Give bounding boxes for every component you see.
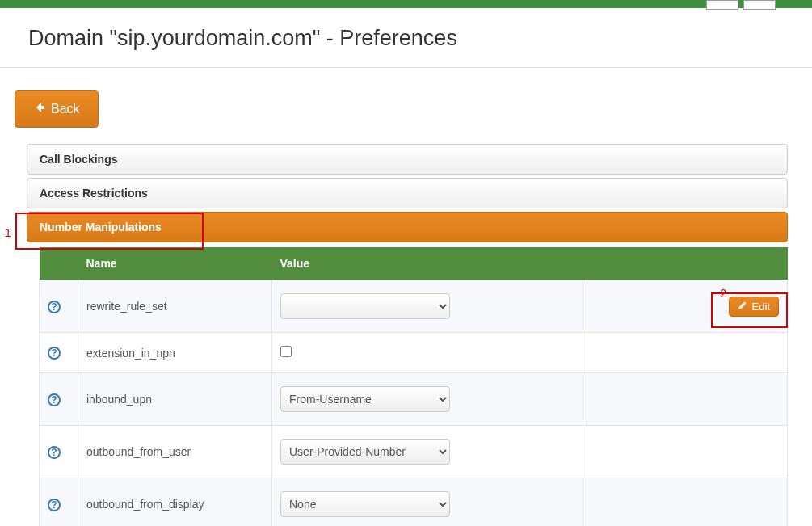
pref-name: outbound_from_display [78, 478, 272, 527]
column-help [40, 247, 78, 280]
edit-icon [738, 301, 747, 313]
table-row: ? rewrite_rule_set 2 Edit [40, 280, 788, 333]
help-icon[interactable]: ? [48, 499, 61, 511]
rewrite-rule-set-select[interactable] [280, 293, 450, 319]
edit-button[interactable]: Edit [729, 297, 779, 317]
help-icon[interactable]: ? [48, 393, 61, 406]
content: Back Call Blockings Access Restrictions … [0, 68, 812, 526]
table-row: ? extension_in_npn [40, 333, 788, 373]
page-header: Domain "sip.yourdomain.com" - Preference… [0, 8, 812, 68]
top-box[interactable] [743, 0, 776, 10]
top-account-area [706, 0, 776, 10]
back-button[interactable]: Back [15, 90, 99, 128]
help-icon[interactable]: ? [48, 301, 61, 313]
extension-in-npn-checkbox[interactable] [280, 346, 292, 357]
pref-name: extension_in_npn [78, 333, 272, 373]
arrow-left-icon [33, 101, 46, 117]
table-row: ? inbound_upn From-Username [40, 373, 788, 426]
annotation-marker-2: 2 [720, 287, 726, 300]
help-icon[interactable]: ? [48, 347, 61, 360]
top-bar [0, 0, 812, 8]
accordion: Call Blockings Access Restrictions Numbe… [27, 144, 788, 242]
preferences-table-wrap: Name Value ? rewrite_rule_set 2 [39, 247, 788, 526]
annotation-marker-1: 1 [5, 226, 11, 239]
column-actions [587, 247, 788, 280]
accordion-number-manipulations[interactable]: Number Manipulations [27, 212, 788, 242]
table-row: ? outbound_from_user User-Provided-Numbe… [40, 426, 788, 478]
page-title: Domain "sip.yourdomain.com" - Preference… [28, 26, 784, 51]
preferences-table: Name Value ? rewrite_rule_set 2 [39, 247, 788, 526]
back-button-label: Back [51, 102, 80, 116]
edit-button-label: Edit [752, 301, 770, 313]
accordion-access-restrictions[interactable]: Access Restrictions [27, 178, 788, 208]
accordion-call-blockings[interactable]: Call Blockings [27, 144, 788, 175]
column-value: Value [272, 247, 587, 280]
column-name: Name [78, 247, 272, 280]
outbound-from-user-select[interactable]: User-Provided-Number [280, 439, 450, 465]
inbound-upn-select[interactable]: From-Username [280, 386, 450, 412]
pref-name: inbound_upn [78, 373, 272, 426]
pref-name: outbound_from_user [78, 426, 272, 478]
table-row: ? outbound_from_display None [40, 478, 788, 527]
outbound-from-display-select[interactable]: None [280, 491, 450, 517]
top-box[interactable] [706, 0, 738, 10]
pref-name: rewrite_rule_set [78, 280, 272, 333]
help-icon[interactable]: ? [48, 446, 61, 459]
